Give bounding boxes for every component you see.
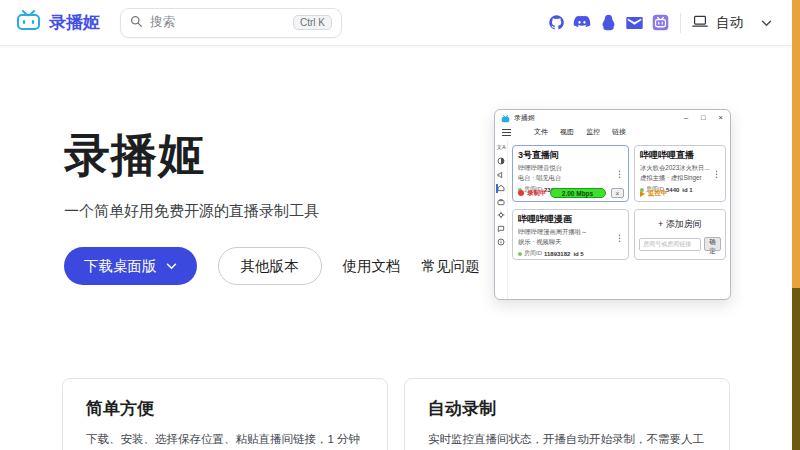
recording-status: 录制中 [527,189,547,198]
room-title: 哔哩哔哩漫画 [518,213,623,226]
feature-card-simple: 简单方便 下载、安装、选择保存位置、粘贴直播间链接，1 分钟即可开始使用。 [62,378,388,450]
feature-title: 自动录制 [428,397,706,420]
page-title: 录播姬 [64,132,484,178]
recording-dot-icon [518,190,524,196]
monitoring-status: 监控中 [648,189,668,198]
navbar: 录播姬 搜索 Ctrl K [0,0,792,46]
room-id-row: 房间ID 11893182 id 5 [518,249,623,258]
danmaku-toggle-button[interactable] [611,188,624,198]
add-room-title: + 添加房间 [658,218,702,231]
brand-name: 录播姬 [49,11,100,34]
translate-icon[interactable]: 文A [496,143,507,152]
laptop-icon [692,15,708,31]
monitoring-flag-icon [640,191,645,197]
bilibili-icon[interactable] [651,14,669,32]
hero-actions: 下载桌面版 其他版本 使用文档 常见问题 [64,247,484,285]
room-status-row: 录制中 2.00 Mbps [518,188,624,198]
brand[interactable]: 录播姬 [16,10,100,35]
qq-icon[interactable] [599,14,617,32]
room-grid: 3号直播间 哔哩哔哩音悦台 电台 · 唱见电台 房间ID 23058 id 3 … [508,140,730,300]
room-menu-dots-icon[interactable] [615,170,624,179]
search-icon [130,15,143,31]
window-sidebar: 文A [495,140,508,300]
chevron-down-icon [166,263,177,270]
room-short-id: id 5 [573,251,583,257]
theme-label: 自动 [716,14,743,32]
window-body: 文A 3号直播间 哔哩哔哩音悦台 电台 · 唱见电台 房间ID 23 [495,140,730,300]
github-icon[interactable] [547,14,565,32]
chevron-down-icon [761,15,772,30]
room-streamer: 哔哩哔哩漫画周开播啦～ [518,228,623,237]
room-card[interactable]: 哔哩哔哩直播 冰火歌会2023冰火秋日... 虚拟主播 · 虚拟Singer 房… [634,145,726,202]
app-screenshot-window: 录播姬 – □ × 文件 视图 监控 链接 文A [494,109,731,300]
theme-toggle-icon[interactable] [496,157,507,166]
confirm-button[interactable]: 确定 [704,237,721,251]
room-id-value: 11893182 [544,251,570,257]
nav-icon-group [547,14,669,32]
feature-title: 简单方便 [86,397,364,420]
home-icon[interactable] [496,184,507,193]
room-area: 娱乐 · 视频聊天 [518,238,623,247]
about-info-icon[interactable] [496,238,507,247]
add-room-card: + 添加房间 确定 [634,209,726,260]
minimize-button[interactable]: – [684,114,688,122]
announcement-icon[interactable] [496,170,507,179]
room-card[interactable]: 3号直播间 哔哩哔哩音悦台 电台 · 唱见电台 房间ID 23058 id 3 … [512,145,629,202]
room-id-label: 房间ID [524,249,542,258]
search-placeholder: 搜索 [150,14,175,31]
window-title: 录播姬 [514,113,535,123]
brand-tv-logo-icon [16,10,41,35]
other-versions-button[interactable]: 其他版本 [218,247,322,285]
feedback-icon[interactable] [496,224,507,233]
mail-icon[interactable] [625,14,643,32]
settings-gear-icon[interactable] [496,211,507,220]
room-menu-dots-icon[interactable] [615,234,624,243]
navbar-divider [680,13,681,33]
room-card[interactable]: 哔哩哔哩漫画 哔哩哔哩漫画周开播啦～ 娱乐 · 视频聊天 房间ID 118931… [512,209,629,260]
menu-link[interactable]: 链接 [606,127,632,137]
add-room-form: 确定 [639,237,721,251]
page-subtitle: 一个简单好用免费开源的直播录制工具 [64,202,484,221]
room-title: 哔哩哔哩直播 [640,149,720,162]
room-streamer: 哔哩哔哩音悦台 [518,164,623,173]
menu-view[interactable]: 视图 [554,127,580,137]
room-streamer: 冰火歌会2023冰火秋日... [640,164,720,173]
room-title: 3号直播间 [518,149,623,162]
maximize-button[interactable]: □ [701,114,706,122]
feature-text: 下载、安装、选择保存位置、粘贴直播间链接，1 分钟即可开始使用。 [86,430,364,450]
room-area: 电台 · 唱见电台 [518,174,623,183]
close-button[interactable]: × [719,114,723,122]
download-desktop-label: 下载桌面版 [84,257,157,276]
download-desktop-button[interactable]: 下载桌面版 [64,247,197,285]
room-area: 虚拟主播 · 虚拟Singer [640,174,720,183]
speed-badge: 2.00 Mbps [550,188,606,198]
scrollbar-thumb[interactable] [792,0,800,288]
window-tv-icon [501,109,510,127]
discord-icon[interactable] [573,14,591,32]
window-titlebar: 录播姬 – □ × [495,110,730,124]
room-link-input[interactable] [639,238,701,251]
room-status-row: 监控中 [640,189,721,198]
search-input[interactable]: 搜索 Ctrl K [120,8,342,38]
theme-selector[interactable]: 自动 [692,14,776,32]
menu-monitor[interactable]: 监控 [580,127,606,137]
menu-file[interactable]: 文件 [528,127,554,137]
features-section: 简单方便 下载、安装、选择保存位置、粘贴直播间链接，1 分钟即可开始使用。 自动… [62,378,730,450]
window-controls: – □ × [684,114,723,122]
room-menu-dots-icon[interactable] [712,170,721,179]
page-scrollbar[interactable] [792,0,800,450]
window-menubar: 文件 视图 监控 链接 [495,124,730,140]
hamburger-menu-icon[interactable] [502,129,511,136]
search-shortcut-badge: Ctrl K [293,15,332,30]
feature-card-auto-record: 自动录制 实时监控直播间状态，开播自动开始录制，不需要人工等待开播后手动操作。 [404,378,730,450]
hero-section: 录播姬 一个简单好用免费开源的直播录制工具 下载桌面版 其他版本 使用文档 常见… [64,132,484,285]
page: 录播姬 搜索 Ctrl K [0,0,800,450]
faq-link[interactable]: 常见问题 [422,257,480,276]
feature-text: 实时监控直播间状态，开播自动开始录制，不需要人工等待开播后手动操作。 [428,430,706,450]
docs-link[interactable]: 使用文档 [343,257,401,276]
toolbox-icon[interactable] [496,197,507,206]
status-dot-icon [518,252,522,256]
